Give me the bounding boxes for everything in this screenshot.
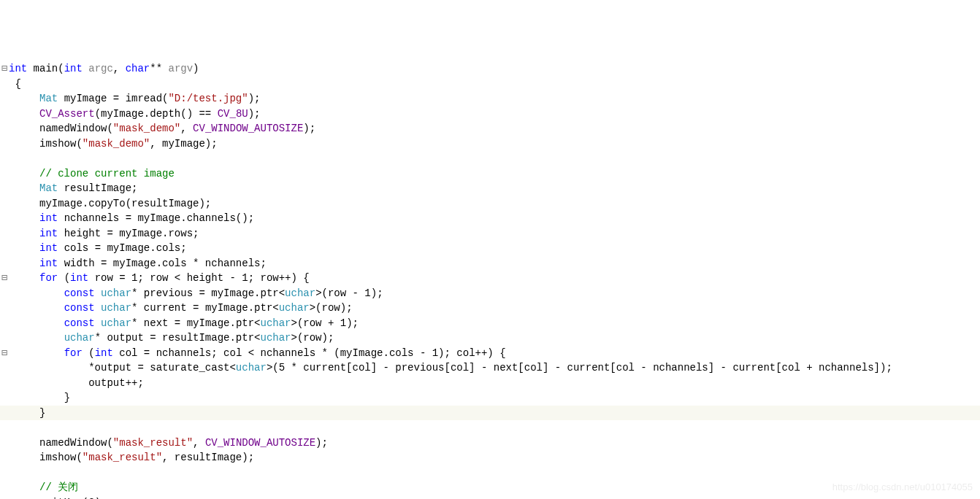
indent (9, 377, 88, 389)
code-token: , (180, 123, 193, 134)
code-token: row = 1; row < height - 1; row++) { (95, 272, 310, 284)
code-token: for (39, 272, 64, 284)
code-token: const (64, 302, 101, 314)
gutter-blank (0, 376, 9, 391)
code-token: *output = saturate_cast< (88, 362, 236, 374)
code-line: // 关闭 (0, 480, 980, 495)
indent (9, 287, 64, 299)
code-token: nchannels = myImage.channels(); (64, 212, 254, 224)
code-token: uchar (279, 302, 310, 314)
code-line: imshow("mask_demo", myImage); (0, 136, 980, 152)
indent (9, 407, 39, 419)
code-token: int (39, 258, 64, 269)
fold-icon[interactable]: ⊟ (0, 271, 9, 286)
code-token: // clone current image (39, 168, 175, 179)
code-line: namedWindow("mask_result", CV_WINDOW_AUT… (0, 436, 980, 451)
code-line: output++; (0, 376, 980, 391)
indent (9, 198, 39, 209)
code-token: ); (303, 123, 315, 134)
code-token: uchar (236, 362, 267, 374)
code-token: uchar (101, 317, 131, 329)
code-token: Mat (39, 93, 64, 104)
code-line: myImage.copyTo(resultImage); (0, 196, 980, 212)
code-line: int width = myImage.cols * nchannels; (0, 256, 980, 271)
code-line: namedWindow("mask_demo", CV_WINDOW_AUTOS… (0, 121, 980, 136)
code-token: ) (193, 63, 199, 74)
code-token: int (39, 242, 64, 254)
code-token: (myImage.depth() == (95, 108, 218, 120)
code-line: // clone current image (0, 166, 980, 182)
indent (9, 497, 39, 500)
code-token: namedWindow( (39, 123, 113, 134)
indent (9, 108, 39, 120)
code-line: const uchar* next = myImage.ptr<uchar>(r… (0, 316, 980, 331)
code-token: "mask_demo" (113, 123, 180, 134)
code-token: int (39, 212, 64, 224)
code-line (0, 420, 980, 436)
code-line: const uchar* current = myImage.ptr<uchar… (0, 301, 980, 316)
indent (9, 258, 39, 269)
code-token: ); (315, 437, 328, 449)
code-block: ⊟int main(int argc, char** argv) { Mat m… (0, 60, 980, 499)
code-token: { (15, 78, 20, 90)
code-token: int (64, 63, 89, 74)
code-token: uchar (261, 317, 291, 329)
code-line: Mat resultImage; (0, 181, 980, 196)
code-line: ⊟ for (int col = nchannels; col < nchann… (0, 346, 980, 361)
gutter-blank (0, 181, 9, 196)
code-token: height = myImage.rows; (64, 228, 199, 239)
code-line: int cols = myImage.cols; (0, 241, 980, 256)
code-line: CV_Assert(myImage.depth() == CV_8U); (0, 107, 980, 122)
indent (9, 168, 39, 179)
gutter-blank (0, 136, 9, 152)
code-token: , (113, 63, 126, 74)
gutter-blank (0, 330, 9, 346)
code-token: >(row - 1); (315, 287, 383, 299)
fold-icon[interactable]: ⊟ (0, 346, 9, 361)
code-token: for (64, 347, 89, 359)
code-line (0, 465, 980, 481)
code-token: "D:/test.jpg" (168, 93, 248, 104)
code-token: col = nchannels; col < nchannels * (myIm… (119, 347, 505, 359)
code-token: myImage = imread( (64, 93, 169, 104)
code-line: int height = myImage.rows; (0, 226, 980, 241)
code-token: * output = resultImage.ptr< (95, 332, 261, 344)
code-line (0, 151, 980, 166)
gutter-blank (0, 436, 9, 451)
code-token: argc (88, 63, 113, 74)
gutter-blank (0, 301, 9, 316)
code-token: int (9, 63, 34, 74)
code-token: namedWindow( (39, 437, 113, 449)
code-token: uchar (285, 287, 315, 299)
code-token: ); (248, 93, 261, 104)
code-token: , resultImage); (162, 452, 254, 463)
indent (9, 302, 64, 314)
indent (9, 138, 39, 150)
code-token: myImage.copyTo(resultImage); (39, 198, 211, 209)
code-token: ( (88, 347, 94, 359)
indent (9, 452, 39, 463)
indent (9, 317, 64, 329)
gutter-blank (0, 406, 9, 421)
gutter-blank (0, 226, 9, 241)
gutter-blank (0, 390, 9, 406)
code-token: * previous = myImage.ptr< (131, 287, 285, 299)
code-token: "mask_demo" (83, 138, 150, 150)
code-line: { (0, 77, 980, 92)
code-token: const (64, 287, 101, 299)
code-token: CV_WINDOW_AUTOSIZE (193, 123, 303, 134)
gutter-blank (0, 91, 9, 107)
fold-icon[interactable]: ⊟ (0, 61, 9, 77)
indent (9, 332, 64, 344)
code-token: uchar (101, 302, 131, 314)
code-token: uchar (260, 332, 291, 344)
code-line: ⊟ for (int row = 1; row < height - 1; ro… (0, 271, 980, 286)
code-token: * current = myImage.ptr< (131, 302, 279, 314)
code-token: char (126, 63, 150, 74)
gutter-blank (0, 241, 9, 256)
indent (9, 272, 39, 284)
code-line: const uchar* previous = myImage.ptr<ucha… (0, 286, 980, 301)
code-token: "mask_result" (83, 452, 162, 463)
indent (9, 362, 88, 374)
code-line: } (0, 406, 980, 421)
